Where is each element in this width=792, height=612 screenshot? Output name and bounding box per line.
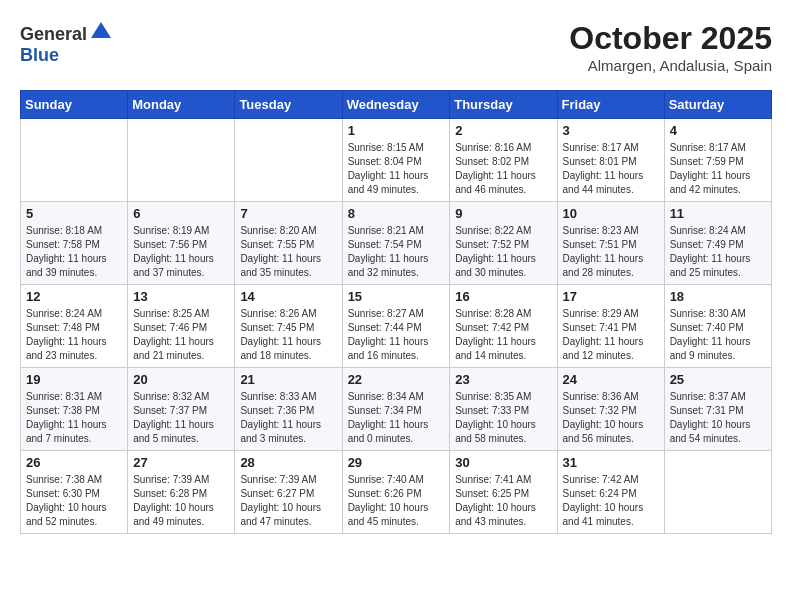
day-info: Sunrise: 8:16 AM Sunset: 8:02 PM Dayligh… — [455, 141, 551, 197]
day-info: Sunrise: 8:30 AM Sunset: 7:40 PM Dayligh… — [670, 307, 766, 363]
day-info: Sunrise: 8:22 AM Sunset: 7:52 PM Dayligh… — [455, 224, 551, 280]
calendar-cell: 7Sunrise: 8:20 AM Sunset: 7:55 PM Daylig… — [235, 202, 342, 285]
calendar-cell — [664, 451, 771, 534]
weekday-header: Thursday — [450, 91, 557, 119]
day-number: 3 — [563, 123, 659, 138]
calendar-cell: 11Sunrise: 8:24 AM Sunset: 7:49 PM Dayli… — [664, 202, 771, 285]
day-info: Sunrise: 8:28 AM Sunset: 7:42 PM Dayligh… — [455, 307, 551, 363]
day-number: 9 — [455, 206, 551, 221]
logo-general: General — [20, 24, 87, 44]
calendar-cell: 12Sunrise: 8:24 AM Sunset: 7:48 PM Dayli… — [21, 285, 128, 368]
day-number: 27 — [133, 455, 229, 470]
day-info: Sunrise: 8:32 AM Sunset: 7:37 PM Dayligh… — [133, 390, 229, 446]
day-number: 21 — [240, 372, 336, 387]
calendar-week-row: 26Sunrise: 7:38 AM Sunset: 6:30 PM Dayli… — [21, 451, 772, 534]
day-info: Sunrise: 8:31 AM Sunset: 7:38 PM Dayligh… — [26, 390, 122, 446]
calendar-cell: 18Sunrise: 8:30 AM Sunset: 7:40 PM Dayli… — [664, 285, 771, 368]
day-info: Sunrise: 8:15 AM Sunset: 8:04 PM Dayligh… — [348, 141, 445, 197]
location: Almargen, Andalusia, Spain — [569, 57, 772, 74]
calendar-cell: 10Sunrise: 8:23 AM Sunset: 7:51 PM Dayli… — [557, 202, 664, 285]
logo-blue: Blue — [20, 45, 59, 65]
calendar-cell: 30Sunrise: 7:41 AM Sunset: 6:25 PM Dayli… — [450, 451, 557, 534]
day-info: Sunrise: 8:29 AM Sunset: 7:41 PM Dayligh… — [563, 307, 659, 363]
day-info: Sunrise: 8:35 AM Sunset: 7:33 PM Dayligh… — [455, 390, 551, 446]
day-info: Sunrise: 8:23 AM Sunset: 7:51 PM Dayligh… — [563, 224, 659, 280]
day-number: 8 — [348, 206, 445, 221]
calendar-cell: 9Sunrise: 8:22 AM Sunset: 7:52 PM Daylig… — [450, 202, 557, 285]
calendar-cell: 2Sunrise: 8:16 AM Sunset: 8:02 PM Daylig… — [450, 119, 557, 202]
day-number: 13 — [133, 289, 229, 304]
calendar-cell: 31Sunrise: 7:42 AM Sunset: 6:24 PM Dayli… — [557, 451, 664, 534]
day-number: 29 — [348, 455, 445, 470]
day-info: Sunrise: 8:33 AM Sunset: 7:36 PM Dayligh… — [240, 390, 336, 446]
weekday-header: Saturday — [664, 91, 771, 119]
day-number: 14 — [240, 289, 336, 304]
logo-icon — [89, 20, 113, 40]
calendar-cell: 17Sunrise: 8:29 AM Sunset: 7:41 PM Dayli… — [557, 285, 664, 368]
title-block: October 2025 Almargen, Andalusia, Spain — [569, 20, 772, 74]
calendar-cell: 20Sunrise: 8:32 AM Sunset: 7:37 PM Dayli… — [128, 368, 235, 451]
page-header: General Blue October 2025 Almargen, Anda… — [20, 20, 772, 74]
calendar-body: 1Sunrise: 8:15 AM Sunset: 8:04 PM Daylig… — [21, 119, 772, 534]
calendar-cell: 6Sunrise: 8:19 AM Sunset: 7:56 PM Daylig… — [128, 202, 235, 285]
calendar-week-row: 12Sunrise: 8:24 AM Sunset: 7:48 PM Dayli… — [21, 285, 772, 368]
day-number: 10 — [563, 206, 659, 221]
day-number: 15 — [348, 289, 445, 304]
day-number: 26 — [26, 455, 122, 470]
day-number: 4 — [670, 123, 766, 138]
day-info: Sunrise: 8:34 AM Sunset: 7:34 PM Dayligh… — [348, 390, 445, 446]
calendar-week-row: 1Sunrise: 8:15 AM Sunset: 8:04 PM Daylig… — [21, 119, 772, 202]
day-info: Sunrise: 8:20 AM Sunset: 7:55 PM Dayligh… — [240, 224, 336, 280]
calendar-cell: 23Sunrise: 8:35 AM Sunset: 7:33 PM Dayli… — [450, 368, 557, 451]
day-info: Sunrise: 8:17 AM Sunset: 8:01 PM Dayligh… — [563, 141, 659, 197]
day-number: 2 — [455, 123, 551, 138]
calendar-cell: 28Sunrise: 7:39 AM Sunset: 6:27 PM Dayli… — [235, 451, 342, 534]
weekday-header: Wednesday — [342, 91, 450, 119]
day-info: Sunrise: 8:37 AM Sunset: 7:31 PM Dayligh… — [670, 390, 766, 446]
day-info: Sunrise: 8:25 AM Sunset: 7:46 PM Dayligh… — [133, 307, 229, 363]
calendar-cell: 1Sunrise: 8:15 AM Sunset: 8:04 PM Daylig… — [342, 119, 450, 202]
day-number: 19 — [26, 372, 122, 387]
day-info: Sunrise: 7:41 AM Sunset: 6:25 PM Dayligh… — [455, 473, 551, 529]
calendar-cell — [128, 119, 235, 202]
day-number: 24 — [563, 372, 659, 387]
calendar-cell: 25Sunrise: 8:37 AM Sunset: 7:31 PM Dayli… — [664, 368, 771, 451]
calendar-cell: 15Sunrise: 8:27 AM Sunset: 7:44 PM Dayli… — [342, 285, 450, 368]
day-number: 25 — [670, 372, 766, 387]
weekday-header: Sunday — [21, 91, 128, 119]
calendar-cell — [235, 119, 342, 202]
calendar-cell: 21Sunrise: 8:33 AM Sunset: 7:36 PM Dayli… — [235, 368, 342, 451]
day-number: 1 — [348, 123, 445, 138]
svg-marker-0 — [91, 22, 111, 38]
calendar-cell: 27Sunrise: 7:39 AM Sunset: 6:28 PM Dayli… — [128, 451, 235, 534]
day-number: 11 — [670, 206, 766, 221]
day-number: 23 — [455, 372, 551, 387]
weekday-header: Friday — [557, 91, 664, 119]
day-number: 31 — [563, 455, 659, 470]
day-number: 28 — [240, 455, 336, 470]
day-info: Sunrise: 7:38 AM Sunset: 6:30 PM Dayligh… — [26, 473, 122, 529]
day-info: Sunrise: 7:42 AM Sunset: 6:24 PM Dayligh… — [563, 473, 659, 529]
day-number: 22 — [348, 372, 445, 387]
day-info: Sunrise: 7:39 AM Sunset: 6:28 PM Dayligh… — [133, 473, 229, 529]
calendar-cell: 29Sunrise: 7:40 AM Sunset: 6:26 PM Dayli… — [342, 451, 450, 534]
calendar-header: SundayMondayTuesdayWednesdayThursdayFrid… — [21, 91, 772, 119]
month-title: October 2025 — [569, 20, 772, 57]
day-info: Sunrise: 8:24 AM Sunset: 7:49 PM Dayligh… — [670, 224, 766, 280]
calendar-cell: 4Sunrise: 8:17 AM Sunset: 7:59 PM Daylig… — [664, 119, 771, 202]
day-info: Sunrise: 8:24 AM Sunset: 7:48 PM Dayligh… — [26, 307, 122, 363]
day-info: Sunrise: 8:17 AM Sunset: 7:59 PM Dayligh… — [670, 141, 766, 197]
calendar-cell: 26Sunrise: 7:38 AM Sunset: 6:30 PM Dayli… — [21, 451, 128, 534]
calendar-cell: 16Sunrise: 8:28 AM Sunset: 7:42 PM Dayli… — [450, 285, 557, 368]
calendar-cell: 22Sunrise: 8:34 AM Sunset: 7:34 PM Dayli… — [342, 368, 450, 451]
weekday-row: SundayMondayTuesdayWednesdayThursdayFrid… — [21, 91, 772, 119]
calendar-cell: 3Sunrise: 8:17 AM Sunset: 8:01 PM Daylig… — [557, 119, 664, 202]
day-number: 12 — [26, 289, 122, 304]
calendar-cell — [21, 119, 128, 202]
weekday-header: Tuesday — [235, 91, 342, 119]
day-number: 7 — [240, 206, 336, 221]
day-number: 17 — [563, 289, 659, 304]
day-number: 30 — [455, 455, 551, 470]
calendar-cell: 24Sunrise: 8:36 AM Sunset: 7:32 PM Dayli… — [557, 368, 664, 451]
calendar-cell: 14Sunrise: 8:26 AM Sunset: 7:45 PM Dayli… — [235, 285, 342, 368]
